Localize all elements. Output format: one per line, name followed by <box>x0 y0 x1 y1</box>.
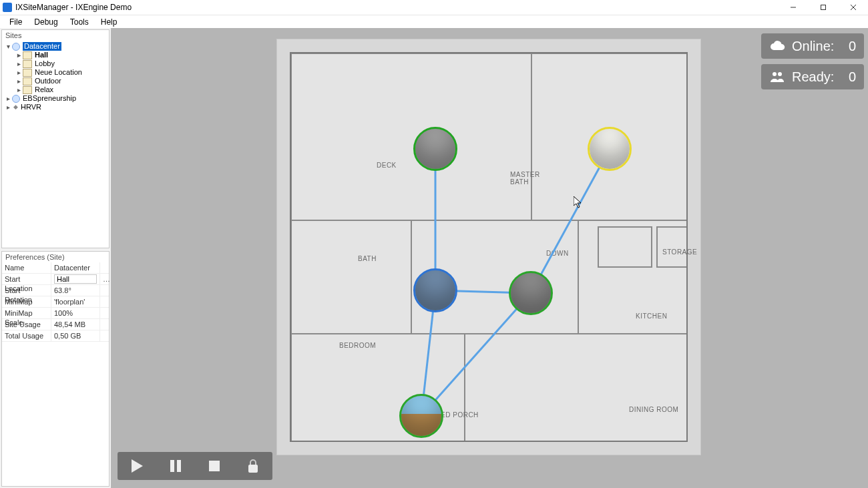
pref-action <box>99 285 109 296</box>
pref-value-site-usage: 48,54 MB <box>51 319 99 330</box>
menu-debug[interactable]: Debug <box>29 16 63 28</box>
preferences-grid: Name Datacenter Start Location … Start R… <box>2 262 109 342</box>
pref-action <box>99 262 109 274</box>
svg-rect-17 <box>209 461 220 471</box>
pref-action <box>99 319 109 330</box>
tree-item-outdoor[interactable]: ▸ Outdoor <box>3 77 107 85</box>
chevron-right-icon[interactable]: ▸ <box>15 51 23 59</box>
pref-value-name: Datacenter <box>51 262 99 274</box>
map-node[interactable] <box>399 394 443 438</box>
pref-key: MiniMap <box>2 296 51 308</box>
svg-point-13 <box>773 72 777 76</box>
folder-icon <box>23 60 32 68</box>
site-icon <box>12 95 20 103</box>
users-icon <box>769 70 785 83</box>
map-node[interactable] <box>413 268 457 312</box>
play-button[interactable] <box>122 454 152 478</box>
folder-icon <box>23 51 32 59</box>
pref-value-minimap-scale: 100% <box>51 308 99 319</box>
tree-label: EBSpreneurship <box>23 94 76 103</box>
pref-value-start-rotation: 63.8° <box>51 285 99 296</box>
sites-tree[interactable]: ▾ Datacenter ▸ Hall ▸ Lobby ▸ Ne <box>2 41 109 248</box>
cursor-icon <box>574 196 582 208</box>
svg-rect-16 <box>177 460 181 472</box>
pref-key: Total Usage <box>2 330 51 342</box>
stop-button[interactable] <box>199 454 230 478</box>
status-ready-value: 0 <box>849 69 856 85</box>
cloud-icon <box>769 39 785 53</box>
tree-item-hall[interactable]: ▸ Hall <box>3 51 107 59</box>
tree-item-relax[interactable]: ▸ Relax <box>3 85 107 94</box>
menu-tools[interactable]: Tools <box>65 16 94 28</box>
preferences-panel: Preferences (Site) Name Datacenter Start… <box>1 251 110 487</box>
menu-help[interactable]: Help <box>95 16 123 28</box>
pause-button[interactable] <box>160 454 191 478</box>
maximize-button[interactable] <box>808 0 838 15</box>
chevron-right-icon[interactable]: ▸ <box>5 94 12 103</box>
close-button[interactable] <box>838 0 868 15</box>
status-stack: Online: 0 Ready: 0 <box>761 33 864 89</box>
status-online: Online: 0 <box>761 33 864 59</box>
chevron-down-icon[interactable]: ▾ <box>5 42 12 51</box>
pref-key: Name <box>2 262 51 274</box>
status-online-value: 0 <box>849 39 856 54</box>
pref-value-total-usage: 0,50 GB <box>51 330 99 342</box>
status-online-label: Online: <box>792 39 842 54</box>
tree-item-ebspreneurship[interactable]: ▸ EBSpreneurship <box>3 94 107 103</box>
svg-rect-18 <box>248 465 258 473</box>
pref-key: Start Location <box>2 274 51 285</box>
tree-label: Datacenter <box>23 42 61 51</box>
site-icon <box>12 43 20 51</box>
sites-panel: Sites ▾ Datacenter ▸ Hall ▸ Lobby <box>1 29 110 248</box>
window-title: IXSiteManager - IXEngine Demo <box>15 3 132 12</box>
svg-rect-15 <box>170 460 174 472</box>
chevron-right-icon[interactable]: ▸ <box>15 68 23 77</box>
pref-action <box>99 308 109 319</box>
folder-icon <box>23 69 32 77</box>
node-links <box>111 28 868 488</box>
tree-item-neue-location[interactable]: ▸ Neue Location <box>3 68 107 77</box>
tree-label: HRVR <box>21 103 41 111</box>
menubar: File Debug Tools Help <box>0 15 868 29</box>
folder-icon <box>23 86 32 94</box>
tree-label: Relax <box>35 85 53 94</box>
tree-label: Outdoor <box>35 77 61 85</box>
titlebar: IXSiteManager - IXEngine Demo <box>0 0 868 15</box>
pref-key: Site Usage <box>2 319 51 330</box>
tree-item-hrvr[interactable]: ▸ ◆ HRVR <box>3 103 107 111</box>
map-node[interactable] <box>588 127 632 171</box>
pref-key: MiniMap Scale <box>2 308 51 319</box>
svg-point-14 <box>778 72 782 76</box>
pref-value-minimap: 'floorplan' <box>51 296 99 308</box>
bullet-icon: ◆ <box>13 103 18 111</box>
folder-icon <box>23 77 32 85</box>
pref-action <box>99 330 109 342</box>
status-ready: Ready: 0 <box>761 64 864 89</box>
map-node[interactable] <box>413 127 457 171</box>
menu-file[interactable]: File <box>4 16 27 28</box>
chevron-right-icon[interactable]: ▸ <box>15 77 23 85</box>
pref-value-start-location[interactable] <box>51 274 99 285</box>
playback-bar <box>118 452 272 480</box>
preferences-header: Preferences (Site) <box>2 252 109 262</box>
chevron-right-icon[interactable]: ▸ <box>15 85 23 94</box>
chevron-right-icon[interactable]: ▸ <box>5 103 12 111</box>
tree-item-lobby[interactable]: ▸ Lobby <box>3 59 107 68</box>
map-node[interactable] <box>509 271 553 315</box>
map-link <box>531 149 610 293</box>
start-location-input[interactable] <box>54 274 97 284</box>
pref-key: Start Rotation <box>2 285 51 296</box>
svg-rect-1 <box>821 5 825 10</box>
tree-label: Neue Location <box>35 68 82 77</box>
tree-item-datacenter[interactable]: ▾ Datacenter <box>3 42 107 51</box>
status-ready-label: Ready: <box>792 69 842 85</box>
lock-button[interactable] <box>238 454 268 478</box>
browse-button[interactable]: … <box>99 274 109 285</box>
canvas[interactable]: DECK MASTERBATH BATH DOWN STORAGE KITCHE… <box>111 28 868 488</box>
minimize-button[interactable] <box>778 0 808 15</box>
chevron-right-icon[interactable]: ▸ <box>15 59 23 68</box>
window-controls <box>778 0 868 15</box>
app-icon <box>3 3 12 12</box>
tree-label: Lobby <box>35 59 55 68</box>
sites-header: Sites <box>2 30 109 41</box>
